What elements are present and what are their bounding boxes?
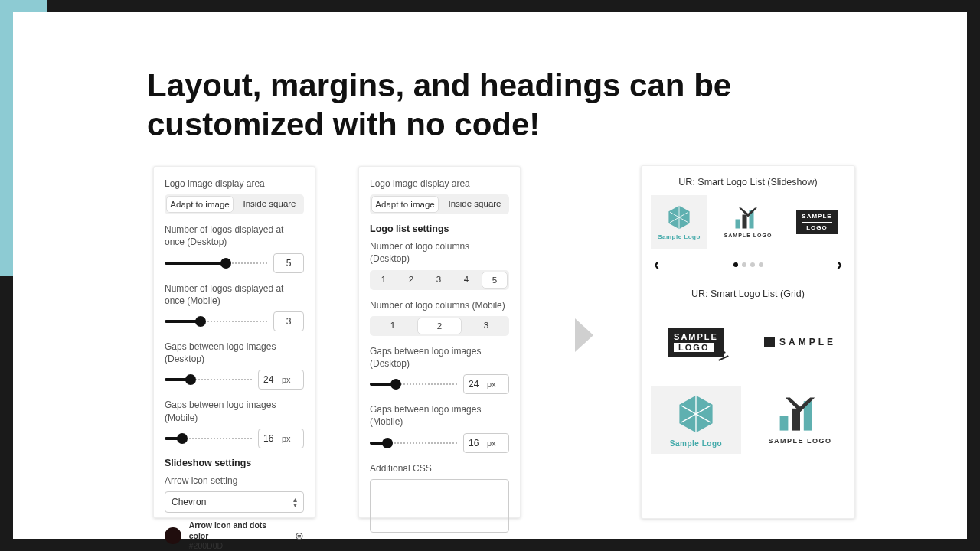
count-mobile-slider[interactable] — [165, 315, 267, 328]
display-area-label: Logo image display area — [165, 178, 304, 190]
main-card: Layout, margins, and headings can be cus… — [13, 12, 967, 539]
grid-logo-4: SAMPLE LOGO — [755, 386, 845, 454]
carousel-dot[interactable] — [742, 262, 746, 267]
gap-desktop-slider-2[interactable] — [370, 378, 457, 390]
preview-slideshow-title: UR: Smart Logo List (Slideshow) — [651, 177, 845, 187]
grid-logo-4-caption: SAMPLE LOGO — [768, 437, 831, 445]
count-desktop-value[interactable]: 5 — [273, 253, 304, 273]
svg-rect-5 — [743, 214, 747, 228]
preview-grid-title: UR: Smart Logo List (Grid) — [651, 289, 845, 299]
color-hex: #200D0D — [189, 541, 287, 551]
additional-css-textarea[interactable] — [370, 479, 509, 533]
gap-mobile-label-2: Gaps between logo images (Mobile) — [370, 403, 509, 428]
count-desktop-label: Number of logos displayed at once (Deskt… — [165, 223, 304, 248]
count-mobile-value[interactable]: 3 — [273, 311, 304, 331]
gap-mobile-label: Gaps between logo images (Mobile) — [165, 399, 304, 423]
page-title: Layout, margins, and headings can be cus… — [147, 66, 859, 144]
display-area-segmented-2: Adapt to image Inside square — [370, 194, 509, 214]
display-area-option-adapt-2[interactable]: Adapt to image — [371, 196, 439, 213]
gap-desktop-label-2: Gaps between logo images (Desktop) — [370, 345, 509, 370]
arrow-divider-icon — [575, 318, 593, 352]
gap-mobile-value-2[interactable]: 16px — [463, 433, 509, 453]
gap-mobile-slider-2[interactable] — [370, 437, 457, 449]
carousel-next-icon[interactable]: › — [837, 255, 842, 275]
preview-logo-1-caption: Sample Logo — [658, 233, 701, 240]
gap-mobile-value[interactable]: 16px — [258, 429, 304, 448]
preview-logo-1: Sample Logo — [651, 195, 707, 249]
display-area-label-2: Logo image display area — [370, 178, 509, 190]
settings-panel-grid: Logo image display area Adapt to image I… — [358, 166, 521, 518]
color-label: Arrow icon and dots color — [189, 520, 287, 541]
cols-desktop-4[interactable]: 4 — [452, 270, 480, 290]
gap-desktop-value-2[interactable]: 24px — [463, 374, 509, 394]
preview-panel: UR: Smart Logo List (Slideshow) Sample L… — [641, 165, 855, 519]
count-mobile-label: Number of logos displayed at once (Mobil… — [165, 282, 304, 307]
display-area-segmented: Adapt to image Inside square — [165, 194, 304, 214]
carousel-dot[interactable] — [733, 262, 738, 267]
arrow-color-row[interactable]: Arrow icon and dots color #200D0D ⊜ — [165, 520, 304, 551]
count-desktop-slider[interactable] — [165, 257, 267, 269]
carousel-dot[interactable] — [759, 262, 763, 267]
select-chevrons-icon: ▴▾ — [293, 497, 297, 507]
carousel-controls: ‹ › — [651, 255, 845, 275]
cols-desktop-segmented: 1 2 3 4 5 — [370, 270, 509, 290]
grid-logo-3: Sample Logo — [651, 386, 741, 454]
cols-mobile-3[interactable]: 3 — [463, 316, 509, 336]
grid-logo-2: SAMPLE — [755, 308, 845, 376]
carousel-prev-icon[interactable]: ‹ — [654, 255, 659, 275]
gap-desktop-slider[interactable] — [165, 373, 252, 386]
gap-desktop-label: Gaps between logo images (Desktop) — [165, 341, 304, 365]
arrow-setting-label: Arrow icon setting — [165, 474, 304, 487]
arrow-setting-select[interactable]: Chevron ▴▾ — [165, 491, 304, 513]
gap-mobile-slider[interactable] — [165, 432, 252, 445]
display-area-option-adapt[interactable]: Adapt to image — [166, 196, 234, 213]
cols-desktop-2[interactable]: 2 — [397, 270, 425, 290]
preview-logo-3: SAMPLE LOGO — [789, 195, 845, 249]
cols-mobile-1[interactable]: 1 — [370, 316, 416, 336]
logo-list-settings-heading: Logo list settings — [370, 223, 509, 234]
link-icon[interactable]: ⊜ — [295, 530, 304, 542]
svg-marker-7 — [739, 207, 757, 217]
cols-desktop-5[interactable]: 5 — [482, 272, 508, 289]
carousel-dots[interactable] — [733, 262, 763, 267]
preview-grid: SAMPLE LOGO SAMPLE Sample Logo SAMPLE LO… — [651, 308, 845, 454]
cols-desktop-1[interactable]: 1 — [370, 270, 397, 290]
cols-mobile-2[interactable]: 2 — [417, 318, 462, 334]
cols-desktop-3[interactable]: 3 — [425, 270, 452, 290]
cols-desktop-label: Number of logo columns (Desktop) — [370, 240, 509, 265]
settings-panel-slideshow: Logo image display area Adapt to image I… — [153, 166, 315, 518]
preview-logo-2-caption: SAMPLE LOGO — [724, 233, 773, 238]
additional-css-label: Additional CSS — [370, 462, 509, 474]
color-swatch — [165, 527, 181, 544]
gap-desktop-value[interactable]: 24px — [258, 370, 304, 390]
cols-mobile-label: Number of logo columns (Mobile) — [370, 299, 509, 311]
grid-logo-1: SAMPLE LOGO — [651, 308, 741, 376]
cols-mobile-segmented: 1 2 3 — [370, 316, 509, 336]
carousel-dot[interactable] — [750, 262, 755, 267]
display-area-option-square-2[interactable]: Inside square — [440, 194, 509, 214]
preview-slideshow-row: Sample Logo SAMPLE LOGO SAMPLE LOGO — [651, 195, 845, 249]
display-area-option-square[interactable]: Inside square — [235, 194, 304, 214]
grid-logo-3-caption: Sample Logo — [670, 439, 722, 448]
svg-rect-12 — [780, 416, 789, 430]
preview-logo-2: SAMPLE LOGO — [720, 195, 776, 249]
svg-rect-4 — [736, 219, 740, 228]
svg-rect-13 — [792, 409, 800, 431]
slideshow-settings-heading: Slideshow settings — [165, 458, 304, 468]
